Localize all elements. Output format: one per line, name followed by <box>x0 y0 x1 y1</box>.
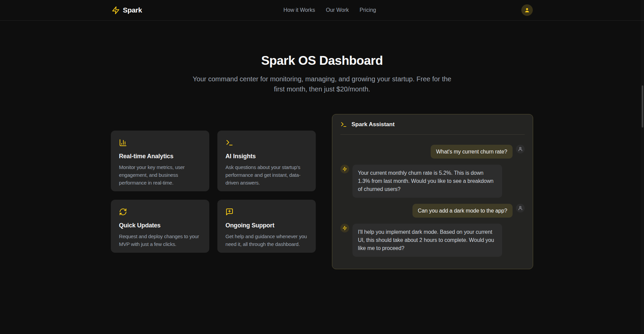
chart-column-icon <box>119 139 201 147</box>
feature-card-ongoing-support: Ongoing Support Get help and guidance wh… <box>217 200 316 253</box>
nav-link-pricing[interactable]: Pricing <box>360 7 376 13</box>
nav-link-how-it-works[interactable]: How it Works <box>283 7 315 13</box>
refresh-icon <box>119 208 201 216</box>
nav-links: How it Works Our Work Pricing <box>283 7 376 13</box>
feature-card-title: Real-time Analytics <box>119 153 201 160</box>
main-content: Real-time Analytics Monitor your key met… <box>0 114 644 269</box>
page-subtitle: Your command center for monitoring, mana… <box>192 74 452 94</box>
features-grid: Real-time Analytics Monitor your key met… <box>111 131 316 253</box>
page-title: Spark OS Dashboard <box>0 53 644 68</box>
feature-card-description: Monitor your key metrics, user engagemen… <box>119 163 201 187</box>
chat-message-user: Can you add a dark mode to the app? <box>340 204 525 218</box>
top-nav: Spark How it Works Our Work Pricing <box>0 0 644 21</box>
hero-section: Spark OS Dashboard Your command center f… <box>0 53 644 94</box>
user-icon <box>524 7 530 13</box>
chat-message-assistant: Your current monthly churn rate is 5.2%.… <box>340 165 525 198</box>
feature-card-title: Ongoing Support <box>225 222 308 229</box>
feature-card-description: Ask questions about your startup's perfo… <box>225 163 308 187</box>
user-message-bubble: What's my current churn rate? <box>431 145 513 159</box>
user-avatar-button[interactable] <box>521 4 533 16</box>
zap-icon <box>342 226 347 230</box>
message-list: What's my current churn rate? Your curre… <box>332 135 533 269</box>
feature-card-real-time-analytics: Real-time Analytics Monitor your key met… <box>111 131 209 191</box>
brand[interactable]: Spark <box>112 6 142 15</box>
assistant-panel-header: Spark Assistant <box>332 114 533 134</box>
terminal-icon <box>225 139 308 147</box>
zap-icon <box>112 6 120 15</box>
chat-message-assistant: I'll help you implement dark mode. Based… <box>340 224 525 257</box>
page-scrollbar[interactable] <box>641 0 644 334</box>
page-scrollbar-thumb[interactable] <box>642 85 643 128</box>
assistant-message-bubble: I'll help you implement dark mode. Based… <box>352 224 502 257</box>
message-square-plus-icon <box>225 208 308 216</box>
nav-container: Spark How it Works Our Work Pricing <box>112 4 533 16</box>
feature-card-description: Get help and guidance whenever you need … <box>225 232 308 248</box>
user-icon <box>518 205 523 211</box>
spark-assistant-panel: Spark Assistant What's my current churn … <box>332 114 533 269</box>
user-icon <box>518 146 523 152</box>
feature-card-quick-updates: Quick Updates Request and deploy changes… <box>111 200 209 253</box>
assistant-message-bubble: Your current monthly churn rate is 5.2%.… <box>352 165 502 198</box>
assistant-message-avatar <box>340 165 349 173</box>
brand-name: Spark <box>123 6 142 14</box>
chat-message-user: What's my current churn rate? <box>340 145 525 159</box>
feature-card-ai-insights: AI Insights Ask questions about your sta… <box>217 131 316 191</box>
feature-card-title: AI Insights <box>225 153 308 160</box>
assistant-message-avatar <box>340 224 349 232</box>
terminal-icon <box>340 121 347 128</box>
user-message-bubble: Can you add a dark mode to the app? <box>412 204 513 218</box>
nav-link-our-work[interactable]: Our Work <box>326 7 349 13</box>
feature-card-title: Quick Updates <box>119 222 201 229</box>
user-message-avatar <box>516 204 525 213</box>
user-message-avatar <box>516 145 525 154</box>
feature-card-description: Request and deploy changes to your MVP w… <box>119 232 201 248</box>
zap-icon <box>342 167 347 171</box>
assistant-panel-title: Spark Assistant <box>351 121 395 128</box>
